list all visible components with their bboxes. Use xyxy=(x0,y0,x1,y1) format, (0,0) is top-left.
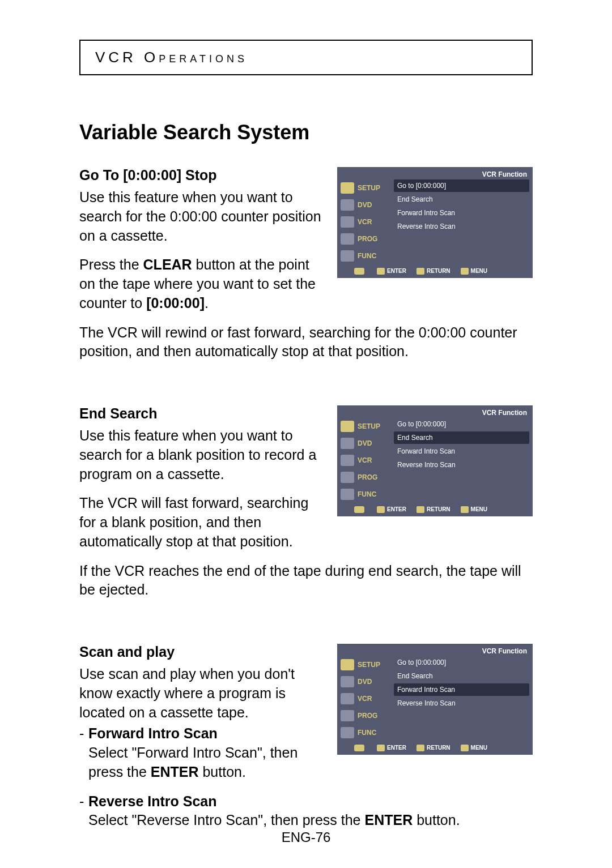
menu-item-revscan: Reverse Intro Scan xyxy=(394,459,529,471)
menu-item-revscan: Reverse Intro Scan xyxy=(394,697,529,709)
grid-icon xyxy=(341,250,354,262)
cassette-icon xyxy=(341,216,354,228)
side-row-func: FUNC xyxy=(341,247,389,264)
footer-enter: ENTER xyxy=(377,745,406,751)
osd-title: VCR Function xyxy=(337,644,533,656)
gear-icon xyxy=(341,421,354,432)
menu-item-endsearch: End Search xyxy=(394,431,529,444)
menu-item-fwdscan: Forward Intro Scan xyxy=(394,445,529,457)
osd-screenshot-scan: VCR Function SETUP DVD VCR PROG FUNC Go … xyxy=(337,644,533,755)
osd-title: VCR Function xyxy=(337,405,533,418)
header-title: VCR Operations xyxy=(95,49,248,66)
side-row-prog: PROG xyxy=(341,469,389,486)
subsection-endsearch: VCR Function SETUP DVD VCR PROG FUNC Go … xyxy=(79,405,533,610)
footer-menu: MENU xyxy=(461,268,487,275)
gear-icon xyxy=(341,182,354,194)
osd-screenshot-endsearch: VCR Function SETUP DVD VCR PROG FUNC Go … xyxy=(337,405,533,516)
endsearch-p3: If the VCR reaches the end of the tape d… xyxy=(79,562,533,600)
osd-footer: ENTER RETURN MENU xyxy=(337,503,533,514)
menu-item-endsearch: End Search xyxy=(394,193,529,206)
footer-menu: MENU xyxy=(461,506,487,513)
side-row-setup: SETUP xyxy=(341,656,389,673)
side-row-setup: SETUP xyxy=(341,418,389,435)
header-bar: VCR Operations xyxy=(79,40,533,75)
osd-footer: ENTER RETURN MENU xyxy=(337,264,533,276)
disc-icon xyxy=(341,676,354,687)
footer-return: RETURN xyxy=(416,745,450,751)
scan-fwd-label: Forward Intro Scan xyxy=(88,725,218,741)
footer-enter: ENTER xyxy=(377,268,406,275)
osd-body: SETUP DVD VCR PROG FUNC Go to [0:00:000]… xyxy=(337,179,533,264)
clock-icon xyxy=(341,710,354,721)
footer-return: RETURN xyxy=(416,506,450,513)
cassette-icon xyxy=(341,693,354,704)
dpad-icon xyxy=(354,745,367,751)
menu-item-goto: Go to [0:00:000] xyxy=(394,418,529,430)
menu-item-goto: Go to [0:00:000] xyxy=(394,179,529,192)
scan-rev-item: - Reverse Intro Scan Select "Reverse Int… xyxy=(79,792,533,831)
scan-fwd-item: - Forward Intro Scan Select "Forward Int… xyxy=(79,724,326,781)
dash: - xyxy=(79,792,88,831)
goto-p3: The VCR will rewind or fast forward, sea… xyxy=(79,323,533,362)
gear-icon xyxy=(341,659,354,670)
grid-icon xyxy=(341,489,354,500)
osd-screenshot-goto: VCR Function SETUP DVD VCR PROG FUNC Go … xyxy=(337,167,533,278)
osd-menu: Go to [0:00:000] End Search Forward Intr… xyxy=(389,418,529,503)
grid-icon xyxy=(341,727,354,738)
side-row-dvd: DVD xyxy=(341,435,389,452)
menu-item-revscan: Reverse Intro Scan xyxy=(394,220,529,233)
dash: - xyxy=(79,724,88,781)
page-number: ENG-76 xyxy=(0,829,612,845)
osd-sidebar: SETUP DVD VCR PROG FUNC xyxy=(341,418,389,503)
footer-enter: ENTER xyxy=(377,506,406,513)
clock-icon xyxy=(341,233,354,245)
subsection-goto: VCR Function SETUP DVD VCR PROG FUNC Go … xyxy=(79,167,533,371)
scan-rev-label: Reverse Intro Scan xyxy=(88,793,217,809)
section-title: Variable Search System xyxy=(79,121,533,144)
side-row-vcr: VCR xyxy=(341,690,389,707)
footer-menu: MENU xyxy=(461,745,487,751)
side-row-func: FUNC xyxy=(341,724,389,741)
osd-sidebar: SETUP DVD VCR PROG FUNC xyxy=(341,179,389,264)
clock-icon xyxy=(341,472,354,483)
osd-sidebar: SETUP DVD VCR PROG FUNC xyxy=(341,656,389,741)
dpad-icon xyxy=(354,268,367,275)
footer-return: RETURN xyxy=(416,268,450,275)
osd-title: VCR Function xyxy=(337,167,533,179)
side-row-func: FUNC xyxy=(341,486,389,503)
side-row-dvd: DVD xyxy=(341,673,389,690)
disc-icon xyxy=(341,199,354,211)
osd-menu: Go to [0:00:000] End Search Forward Intr… xyxy=(389,179,529,264)
osd-body: SETUP DVD VCR PROG FUNC Go to [0:00:000]… xyxy=(337,418,533,503)
manual-page: VCR Operations Variable Search System VC… xyxy=(0,0,612,868)
cassette-icon xyxy=(341,455,354,466)
osd-menu: Go to [0:00:000] End Search Forward Intr… xyxy=(389,656,529,741)
osd-body: SETUP DVD VCR PROG FUNC Go to [0:00:000]… xyxy=(337,656,533,741)
menu-item-goto: Go to [0:00:000] xyxy=(394,656,529,669)
menu-item-endsearch: End Search xyxy=(394,670,529,682)
disc-icon xyxy=(341,438,354,449)
side-row-setup: SETUP xyxy=(341,179,389,196)
dpad-icon xyxy=(354,506,367,513)
menu-item-fwdscan: Forward Intro Scan xyxy=(394,207,529,219)
subsection-scan: VCR Function SETUP DVD VCR PROG FUNC Go … xyxy=(79,644,533,840)
side-row-vcr: VCR xyxy=(341,213,389,230)
menu-item-fwdscan: Forward Intro Scan xyxy=(394,683,529,696)
side-row-prog: PROG xyxy=(341,707,389,724)
side-row-prog: PROG xyxy=(341,230,389,247)
side-row-vcr: VCR xyxy=(341,452,389,469)
side-row-dvd: DVD xyxy=(341,196,389,213)
osd-footer: ENTER RETURN MENU xyxy=(337,741,533,752)
